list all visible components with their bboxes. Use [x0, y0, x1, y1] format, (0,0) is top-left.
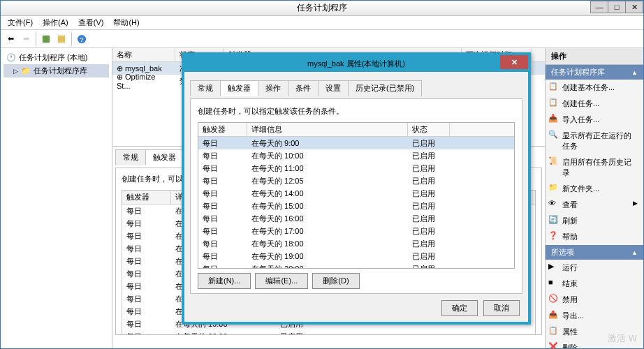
delete-trigger-button[interactable]: 删除(D) [312, 273, 359, 289]
trigger-detail: 在每天的 17:00 [247, 225, 408, 237]
col-name[interactable]: 名称 [112, 48, 175, 61]
action-item[interactable]: ❓ 帮助 [546, 229, 643, 245]
actions-group-selected[interactable]: 所选项 ▲ [546, 245, 643, 260]
action-icon: 📋 [548, 98, 558, 107]
action-item[interactable]: 📜 启用所有任务历史记录 [546, 154, 643, 181]
menu-file[interactable]: 文件(F) [3, 16, 37, 29]
action-label: 查看 [562, 200, 578, 209]
action-icon: ❌ [548, 342, 558, 348]
action-label: 删除 [562, 343, 578, 348]
trigger-row[interactable]: 每日 在每天的 20:00 已启用 [122, 330, 535, 335]
action-item[interactable]: 🔍 显示所有正在运行的任务 [546, 128, 643, 154]
trigger-detail: 在每天的 19:00 [247, 251, 408, 262]
trigger-type: 每日 [198, 200, 247, 212]
trigger-row[interactable]: 每日 在每天的 18:00 已启用 [198, 237, 514, 250]
action-item[interactable]: 📋 创建基本任务... [546, 80, 643, 96]
trigger-row[interactable]: 每日 在每天的 10:00 已启用 [198, 149, 514, 162]
collapse-icon: ▲ [631, 249, 638, 256]
trigger-detail: 在每天的 11:00 [247, 163, 408, 174]
trigger-row[interactable]: 每日 在每天的 12:05 已启用 [198, 174, 514, 187]
action-item[interactable]: 🔄 刷新 [546, 213, 643, 229]
properties-icon[interactable] [54, 32, 68, 46]
action-label: 导出... [562, 311, 584, 320]
ok-button[interactable]: 确定 [441, 300, 478, 316]
dtab-general[interactable]: 常规 [190, 80, 221, 96]
trigger-type: 每日 [198, 188, 247, 200]
actions-header: 操作 [546, 48, 643, 65]
actions-group-selected-label: 所选项 [551, 247, 574, 258]
watermark: 激活 W [608, 332, 637, 345]
maximize-button[interactable]: □ [608, 1, 626, 13]
dtab-triggers[interactable]: 触发器 [220, 80, 258, 96]
tab-general[interactable]: 常规 [115, 149, 146, 165]
col-detail[interactable]: 详细信息 [247, 123, 408, 136]
cancel-button[interactable]: 取消 [483, 300, 520, 316]
trigger-row[interactable]: 每日 在每天的 16:00 已启用 [198, 212, 514, 225]
forward-icon[interactable]: ➡ [19, 32, 33, 46]
trigger-state: 已启用 [408, 200, 450, 212]
actions-group-lib[interactable]: 任务计划程序库 ▲ [546, 65, 643, 80]
action-item[interactable]: 📋 创建任务... [546, 96, 643, 112]
col-trigger[interactable]: 触发器 [122, 191, 171, 204]
menu-help[interactable]: 帮助(H) [109, 16, 143, 29]
trigger-type: 每日 [122, 218, 171, 230]
action-item[interactable]: 📁 新文件夹... [546, 181, 643, 197]
trigger-row[interactable]: 每日 在每天的 9:00 已启用 [198, 137, 514, 149]
action-icon: ■ [548, 278, 558, 288]
new-trigger-button[interactable]: 新建(N)... [198, 273, 251, 289]
action-label: 禁用 [562, 295, 578, 304]
minimize-button[interactable]: — [590, 1, 608, 13]
edit-trigger-button[interactable]: 编辑(E)... [255, 273, 308, 289]
menubar: 文件(F) 操作(A) 查看(V) 帮助(H) [1, 16, 643, 30]
tab-triggers[interactable]: 触发器 [145, 149, 184, 165]
menu-view[interactable]: 查看(V) [74, 16, 108, 29]
trigger-state: 已启用 [408, 138, 450, 149]
expand-icon[interactable]: ▷ [13, 68, 18, 75]
action-item[interactable]: 📤 导出... [546, 308, 643, 324]
dtab-settings[interactable]: 设置 [318, 80, 349, 96]
action-label: 属性 [562, 327, 578, 336]
trigger-row[interactable]: 每日 在每天的 11:00 已启用 [198, 162, 514, 174]
svg-rect-1 [58, 35, 66, 43]
action-icon: ▶ [548, 262, 558, 272]
trigger-row[interactable]: 每日 在每天的 14:00 已启用 [198, 187, 514, 200]
trigger-detail: 在每天的 18:00 [247, 238, 408, 250]
dtab-actions[interactable]: 操作 [258, 80, 288, 96]
action-item[interactable]: 📥 导入任务... [546, 112, 643, 128]
help-icon[interactable]: ? [75, 32, 89, 46]
trigger-detail: 在每天的 16:00 [247, 213, 408, 225]
dialog-body: 常规 触发器 操作 条件 设置 历史记录(已禁用) 创建任务时，可以指定触发该任… [184, 72, 528, 299]
action-icon: 📜 [548, 156, 558, 166]
menu-action[interactable]: 操作(A) [38, 16, 73, 29]
action-label: 显示所有正在运行的任务 [562, 131, 631, 150]
action-item[interactable]: ▶ 运行 [546, 260, 643, 276]
dialog-close-button[interactable]: ✕ [500, 55, 528, 69]
close-button[interactable]: ✕ [625, 1, 643, 13]
col-trigger[interactable]: 触发器 [198, 123, 247, 136]
trigger-detail: 在每天的 14:00 [247, 188, 408, 200]
dtab-history[interactable]: 历史记录(已禁用) [348, 80, 422, 96]
trigger-detail: 在每天的 20:00 [247, 263, 408, 269]
trigger-type: 每日 [198, 175, 247, 187]
trigger-type: 每日 [122, 255, 171, 267]
refresh-icon[interactable] [39, 32, 53, 46]
tree-root[interactable]: 🕐 任务计划程序 (本地) [3, 51, 109, 64]
trigger-row[interactable]: 每日 在每天的 17:00 已启用 [198, 225, 514, 237]
back-icon[interactable]: ⬅ [3, 32, 17, 46]
col-state[interactable]: 状态 [408, 123, 450, 136]
trigger-row[interactable]: 每日 在每天的 20:00 已启用 [198, 262, 514, 269]
action-item[interactable]: 👁 查看 ▶ [546, 197, 643, 213]
trigger-state: 已启用 [276, 331, 471, 336]
trigger-row[interactable]: 每日 在每天的 19:00 已启用 [198, 250, 514, 262]
actions-group-lib-label: 任务计划程序库 [551, 67, 605, 77]
trigger-type: 每日 [122, 230, 171, 242]
tree-lib[interactable]: ▷ 📁 任务计划程序库 [3, 64, 109, 77]
trigger-type: 每日 [198, 251, 247, 262]
action-item[interactable]: 🚫 禁用 [546, 292, 643, 308]
trigger-type: 每日 [122, 293, 171, 305]
dtab-conditions[interactable]: 条件 [288, 80, 319, 96]
trigger-row[interactable]: 每日 在每天的 15:00 已启用 [198, 200, 514, 212]
action-item[interactable]: ■ 结束 [546, 276, 643, 292]
trigger-type: 每日 [198, 225, 247, 237]
dialog-tabs: 常规 触发器 操作 条件 设置 历史记录(已禁用) [190, 80, 522, 96]
